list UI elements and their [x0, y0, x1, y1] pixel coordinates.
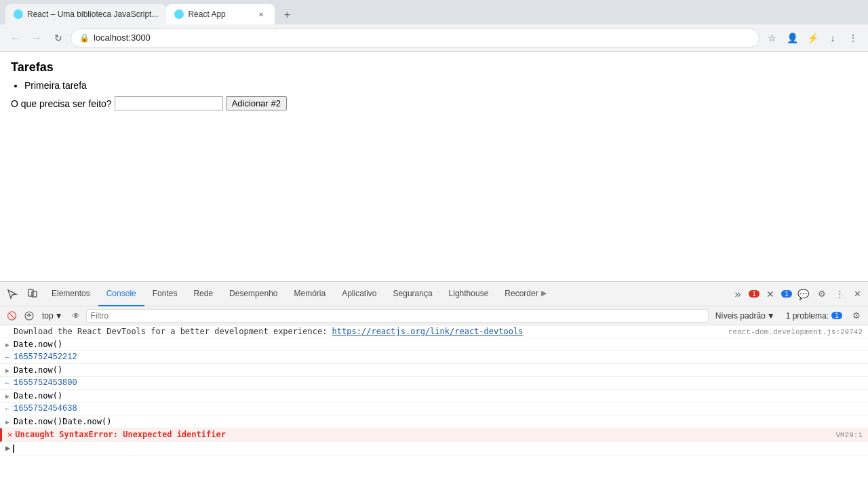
- preserve-log-icon[interactable]: [22, 308, 37, 323]
- clear-console-icon[interactable]: 🚫: [4, 308, 19, 323]
- menu-icon[interactable]: ⋮: [844, 28, 863, 47]
- tab-seguranca[interactable]: Segurança: [385, 282, 441, 306]
- console-row-val-2: ← 1655752453800: [0, 377, 868, 390]
- tab-fontes[interactable]: Fontes: [144, 282, 186, 306]
- return-icon-1: ←: [5, 354, 14, 361]
- tab-recorder[interactable]: Recorder ▶: [496, 282, 554, 306]
- levels-dropdown[interactable]: Níveis padrão ▼: [711, 310, 779, 322]
- error-icon[interactable]: ✕: [761, 285, 780, 304]
- task-list: Primeira tarefa: [24, 80, 857, 91]
- expand-icon-4[interactable]: ▶: [5, 418, 14, 426]
- tab-rede[interactable]: Rede: [185, 282, 221, 306]
- task-input[interactable]: [115, 96, 223, 110]
- browser-chrome: React – Uma biblioteca JavaScript... Rea…: [0, 0, 868, 52]
- console-row-expr-2: ▶ Date.now(): [0, 364, 868, 377]
- eye-icon[interactable]: 👁: [68, 308, 83, 323]
- issues-label: 1 problema:: [786, 311, 829, 321]
- add-task-button[interactable]: Adicionar #2: [226, 96, 287, 110]
- page-title: Tarefas: [11, 60, 857, 75]
- levels-dropdown-icon: ▼: [767, 311, 775, 321]
- expr-text-4: Date.now()Date.now(): [14, 417, 863, 426]
- error-icon-row: ✕: [7, 430, 12, 440]
- prompt-icon: ▶: [5, 443, 10, 453]
- list-item: Primeira tarefa: [24, 80, 857, 91]
- message-icon[interactable]: 💬: [793, 285, 812, 304]
- url-bar[interactable]: 🔒 localhost:3000: [71, 28, 760, 47]
- new-tab-button[interactable]: +: [277, 5, 296, 24]
- context-selector[interactable]: top ▼: [39, 310, 66, 322]
- reload-button[interactable]: ↻: [49, 28, 68, 47]
- issues-count: 1: [831, 312, 842, 319]
- tab-elementos[interactable]: Elementos: [43, 282, 98, 306]
- return-icon-3: ←: [5, 405, 14, 413]
- more-tabs-button[interactable]: »: [728, 285, 747, 304]
- console-value-1: 1655752452212: [14, 352, 77, 362]
- element-picker-icon[interactable]: [3, 285, 22, 304]
- tab-bar: React – Uma biblioteca JavaScript... Rea…: [0, 0, 868, 24]
- console-toolbar: 🚫 top ▼ 👁 Níveis padrão ▼ 1 problema: 1 …: [0, 306, 868, 325]
- console-info-text: Download the React DevTools for a better…: [14, 327, 728, 336]
- devtools-settings-icon[interactable]: ⚙: [814, 286, 830, 302]
- issues-badge[interactable]: 1 problema: 1: [782, 310, 846, 322]
- error-text: Uncaught SyntaxError: Unexpected identif…: [15, 430, 835, 439]
- console-input-text: [13, 443, 863, 453]
- error-badge: 1: [749, 290, 760, 298]
- devtools-tabs: Elementos Console Fontes Rede Desempenho…: [43, 282, 727, 306]
- console-source-0[interactable]: react-dom.development.js:29742: [728, 328, 863, 336]
- expand-icon-2[interactable]: ▶: [5, 367, 14, 375]
- tab-close-2[interactable]: ✕: [256, 9, 267, 20]
- devtools-more-icon[interactable]: ⋮: [831, 286, 848, 302]
- console-input-row: ▶: [0, 442, 868, 455]
- console-output: Download the React DevTools for a better…: [0, 325, 868, 488]
- tab-aplicativo[interactable]: Aplicativo: [334, 282, 384, 306]
- address-bar: ← → ↻ 🔒 localhost:3000 ☆ 👤 ⚡ ↓ ⋮: [0, 24, 868, 52]
- tab-console[interactable]: Console: [98, 282, 144, 306]
- devtools-right-actions: 1 ✕ 1 💬 ⚙ ⋮ ✕: [749, 285, 865, 304]
- devtools-link[interactable]: https://reactjs.org/link/react-devtools: [332, 327, 524, 336]
- console-row-info: Download the React DevTools for a better…: [0, 325, 868, 338]
- console-value-3: 1655752454638: [14, 404, 77, 413]
- return-icon-2: ←: [5, 380, 14, 387]
- device-toolbar-icon[interactable]: [23, 285, 42, 304]
- lock-icon: 🔒: [79, 33, 90, 43]
- add-task-form: O que precisa ser feito? Adicionar #2: [11, 96, 857, 110]
- console-row-expr-3: ▶ Date.now(): [0, 390, 868, 403]
- tab-title-1: React – Uma biblioteca JavaScript...: [27, 9, 158, 19]
- bookmark-icon[interactable]: ☆: [762, 28, 781, 47]
- message-badge: 1: [781, 290, 792, 298]
- profile-icon[interactable]: 👤: [783, 28, 802, 47]
- url-text: localhost:3000: [94, 33, 751, 43]
- console-filter-input[interactable]: [86, 309, 709, 323]
- expand-icon-1[interactable]: ▶: [5, 341, 14, 349]
- back-button[interactable]: ←: [5, 28, 24, 47]
- extensions-icon[interactable]: ⚡: [803, 28, 822, 47]
- toolbar-actions: ☆ 👤 ⚡ ↓ ⋮: [762, 28, 863, 47]
- console-settings-icon[interactable]: ⚙: [849, 308, 864, 323]
- console-row-expr-4: ▶ Date.now()Date.now(): [0, 415, 868, 428]
- expr-text-3: Date.now(): [14, 391, 863, 401]
- forward-button[interactable]: →: [27, 28, 46, 47]
- context-label: top: [42, 311, 54, 321]
- error-source[interactable]: VM29:1: [835, 431, 863, 439]
- console-row-expr-1: ▶ Date.now(): [0, 338, 868, 351]
- console-row-val-1: ← 1655752452212: [0, 351, 868, 364]
- devtools-close-button[interactable]: ✕: [849, 286, 865, 302]
- tab-memoria[interactable]: Memória: [286, 282, 334, 306]
- devtools-panel: Elementos Console Fontes Rede Desempenho…: [0, 281, 868, 488]
- page-content: Tarefas Primeira tarefa O que precisa se…: [0, 52, 868, 282]
- context-dropdown-icon: ▼: [55, 311, 63, 321]
- expand-icon-3[interactable]: ▶: [5, 392, 14, 401]
- tab-lighthouse[interactable]: Lighthouse: [441, 282, 497, 306]
- expr-text-2: Date.now(): [14, 365, 863, 375]
- tab-desempenho[interactable]: Desempenho: [221, 282, 285, 306]
- downloads-icon[interactable]: ↓: [823, 28, 842, 47]
- expr-text-1: Date.now(): [14, 340, 863, 349]
- devtools-toolbar: Elementos Console Fontes Rede Desempenho…: [0, 282, 868, 306]
- console-row-val-3: ← 1655752454638: [0, 403, 868, 415]
- form-label: O que precisa ser feito?: [11, 98, 112, 109]
- levels-label: Níveis padrão: [715, 311, 766, 321]
- tab-1[interactable]: React – Uma biblioteca JavaScript...: [5, 4, 166, 24]
- tab-2[interactable]: React App ✕: [166, 4, 275, 24]
- console-row-error: ✕ Uncaught SyntaxError: Unexpected ident…: [0, 428, 868, 442]
- svg-rect-0: [28, 289, 33, 296]
